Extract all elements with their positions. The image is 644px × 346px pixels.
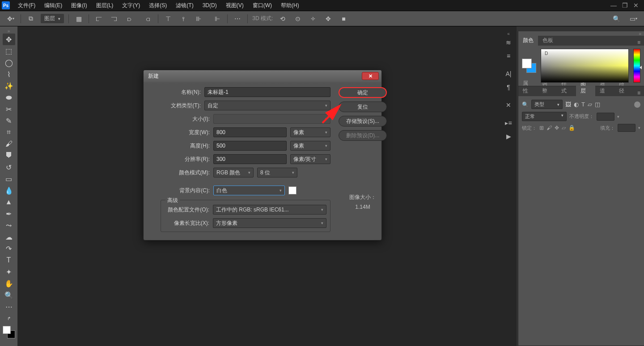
width-input[interactable] [213, 127, 287, 137]
fill-input[interactable] [618, 124, 636, 132]
history-brush-icon[interactable]: ↺ [3, 161, 15, 173]
width-unit-select[interactable]: 像素▾ [290, 127, 330, 137]
dodge-tool-icon[interactable]: ▲ [3, 196, 15, 208]
menu-layer[interactable]: 图层(L) [92, 2, 118, 9]
bg-color-preview[interactable] [288, 186, 297, 194]
lock-position-icon[interactable]: ✥ [555, 125, 559, 131]
more-options-icon[interactable]: ⋯ [232, 13, 243, 24]
search-icon[interactable]: 🔍 [611, 13, 622, 24]
menu-help[interactable]: 帮助(H) [276, 2, 304, 9]
bg-content-select[interactable]: 白色▾ [213, 186, 285, 195]
height-input[interactable] [213, 141, 287, 151]
ok-button[interactable]: 确定 [339, 87, 387, 98]
move-tool-icon[interactable]: ✥ [3, 34, 15, 45]
lock-artboard-icon[interactable]: ▱ [562, 125, 566, 131]
color-mode-select[interactable]: RGB 颜色▾ [213, 168, 254, 177]
doc-type-select[interactable]: 自定▾ [204, 101, 330, 110]
color-panel-menu-icon[interactable]: ≡ [634, 39, 644, 46]
layers-panel-menu-icon[interactable]: ≡ [634, 90, 644, 96]
color-swatches[interactable] [3, 326, 15, 338]
search-filter-icon[interactable]: 🔍 [522, 101, 529, 108]
screen-mode-icon[interactable]: ▭▾ [628, 13, 639, 24]
adjustments-panel-icon[interactable]: ✕ [502, 98, 515, 112]
menu-type[interactable]: 文字(Y) [118, 2, 144, 9]
filter-toggle[interactable] [634, 101, 640, 108]
toolbox-handle[interactable] [2, 29, 16, 33]
lock-pixels-icon[interactable]: 🖌 [547, 125, 552, 131]
strip-handle[interactable]: « [502, 31, 515, 36]
resolution-unit-select[interactable]: 像素/英寸▾ [290, 154, 330, 164]
3d-roll-icon[interactable]: ⊙ [292, 13, 303, 24]
tab-color[interactable]: 颜色 [518, 35, 538, 46]
brush-settings-icon[interactable]: ≋ [502, 36, 515, 49]
eyedropper-icon[interactable]: ✎ [3, 115, 15, 127]
resolution-input[interactable] [213, 154, 287, 164]
menu-filter[interactable]: 滤镜(T) [171, 2, 198, 9]
tab-properties[interactable]: 属性 [518, 78, 538, 96]
dialog-titlebar[interactable]: 新建 ✕ [144, 70, 381, 82]
layer-filter-kind[interactable]: 类型▾ [531, 100, 563, 109]
default-colors-icon[interactable]: ↱ [3, 312, 15, 324]
zoom-tool-icon[interactable]: 🔍 [3, 289, 15, 301]
align-bottom-icon[interactable]: ⫏ [143, 13, 153, 24]
hue-strip[interactable] [633, 49, 640, 83]
actions-panel-icon[interactable]: ▸≡ [502, 116, 515, 130]
lasso-tool-icon[interactable]: ⌇ [3, 68, 15, 80]
distribute-v-icon[interactable]: ⊩ [212, 13, 223, 24]
menu-window[interactable]: 窗口(W) [248, 2, 276, 9]
height-unit-select[interactable]: 像素▾ [290, 141, 330, 151]
frame-tool-icon[interactable]: ⌗ [3, 127, 15, 138]
menu-view[interactable]: 视图(V) [221, 2, 248, 9]
name-input[interactable] [204, 87, 330, 97]
fg-color-panel-swatch[interactable] [522, 59, 532, 68]
filter-adjust-icon[interactable]: ◐ [574, 101, 579, 108]
blend-mode-select[interactable]: 正常▾ [522, 112, 567, 121]
gradient-tool-icon[interactable]: ▭ [3, 173, 15, 185]
distribute-h-icon[interactable]: ⊪ [193, 13, 204, 24]
foreground-color-swatch[interactable] [3, 326, 11, 334]
profile-select[interactable]: 工作中的 RGB: sRGB IEC61...▾ [213, 205, 326, 215]
character-panel-icon[interactable]: A| [502, 67, 515, 80]
stamp-tool-icon[interactable]: ⛊ [3, 150, 15, 161]
align-hcenter-icon[interactable]: ⫎ [109, 13, 119, 24]
3d-zoom-icon[interactable]: ■ [338, 13, 349, 24]
save-preset-button[interactable]: 存储预设(S)... [339, 116, 387, 127]
play-icon[interactable]: ▶ [502, 130, 515, 143]
marquee-tool-icon[interactable]: ⬚ [3, 45, 15, 57]
3d-slide-icon[interactable]: ✥ [323, 13, 334, 24]
3d-orbit-icon[interactable]: ⟲ [277, 13, 288, 24]
close-window-icon[interactable]: ✕ [633, 2, 639, 9]
maximize-icon[interactable]: ❐ [622, 2, 628, 9]
paragraph-panel-icon[interactable]: ¶ [502, 80, 515, 94]
reset-button[interactable]: 复位 [339, 101, 387, 112]
menu-3d[interactable]: 3D(D) [198, 2, 221, 8]
auto-select-target[interactable]: 图层 ▾ [41, 14, 64, 23]
curvature-pen-icon[interactable]: ⤳ [3, 219, 15, 231]
color-spectrum[interactable]: D [541, 49, 629, 83]
color-swatch-stack[interactable] [522, 59, 536, 73]
type-tool-icon[interactable]: T [3, 254, 15, 266]
align-top-icon[interactable]: ⊤ [163, 13, 174, 24]
dialog-close-button[interactable]: ✕ [362, 72, 379, 80]
brushes-panel-icon[interactable]: ≡ [502, 49, 515, 63]
brush-tool-icon[interactable]: 🖌 [3, 138, 15, 150]
sponge-tool-icon[interactable]: ☁ [3, 231, 15, 243]
aspect-select[interactable]: 方形像素▾ [213, 218, 326, 228]
align-left-icon[interactable]: ⫍ [93, 13, 104, 24]
filter-type-icon[interactable]: T [581, 101, 585, 108]
filter-pixel-icon[interactable]: 🖼 [565, 101, 571, 108]
quick-select-icon[interactable]: ⬬ [3, 92, 15, 103]
menu-edit[interactable]: 编辑(E) [40, 2, 67, 9]
ellipse-marquee-icon[interactable]: ◯ [3, 57, 15, 68]
menu-image[interactable]: 图像(I) [67, 2, 91, 9]
menu-select[interactable]: 选择(S) [144, 2, 171, 9]
hand-tool-icon[interactable]: ✋ [3, 278, 15, 289]
filter-shape-icon[interactable]: ▱ [588, 101, 592, 108]
pen-tool-icon[interactable]: ✒ [3, 208, 15, 219]
magic-wand-icon[interactable]: ✨ [3, 80, 15, 92]
auto-select-icon[interactable]: ⧉ [25, 13, 36, 24]
path-select-icon[interactable]: ↷ [3, 243, 15, 254]
3d-pan-icon[interactable]: ✧ [308, 13, 318, 24]
blur-tool-icon[interactable]: 💧 [3, 185, 15, 196]
align-vcenter-icon[interactable]: ⫯ [178, 13, 189, 24]
